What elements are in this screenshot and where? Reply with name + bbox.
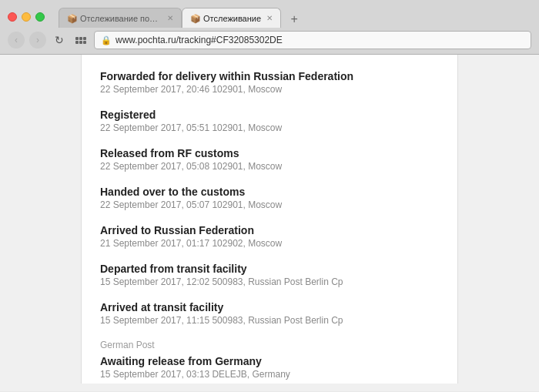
address-bar[interactable]: 🔒 www.pochta.ru/tracking#CF32085302DE [94,31,531,49]
tabs-area: 📦 Отслеживание почтовых от... ✕ 📦 Отслеж… [59,6,304,28]
forward-button[interactable]: › [29,32,46,49]
event-title: Registered [100,109,439,121]
tab-inactive[interactable]: 📦 Отслеживание почтовых от... ✕ [59,8,182,28]
event-details: 22 September 2017, 05:07 102901, Moscow [100,199,439,210]
event-details: 22 September 2017, 05:08 102901, Moscow [100,161,439,172]
tab2-close[interactable]: ✕ [266,14,273,22]
event-title: Arrived at transit facility [100,301,439,313]
list-item: Released from RF customs 22 September 20… [100,147,439,172]
event-title: Forwarded for delivery within Russian Fe… [100,70,439,82]
event-details: 22 September 2017, 05:51 102901, Moscow [100,122,439,133]
event-title: Arrived to Russian Federation [100,224,439,236]
event-details: 22 September 2017, 20:46 102901, Moscow [100,84,439,95]
tab2-label: Отслеживание [203,14,261,23]
event-details: 15 September 2017, 11:15 500983, Russian… [100,315,439,326]
secure-icon: 🔒 [101,35,112,45]
browser-chrome: 📦 Отслеживание почтовых от... ✕ 📦 Отслеж… [0,0,539,55]
event-details: 15 September 2017, 12:02 500983, Russian… [100,276,439,287]
address-text: www.pochta.ru/tracking#CF32085302DE [116,35,283,45]
event-details: 15 September 2017, 03:13 DELEJB, Germany [100,369,439,380]
close-button[interactable] [8,12,17,22]
event-title: Released from RF customs [100,147,439,159]
new-tab-button[interactable]: + [284,11,304,28]
tab2-favicon: 📦 [190,14,199,23]
list-item: Awaiting release from Germany 15 Septemb… [100,355,439,380]
tab1-close[interactable]: ✕ [167,14,173,22]
event-title: Handed over to the customs [100,186,439,198]
list-item: Arrived to Russian Federation 21 Septemb… [100,224,439,249]
tab1-favicon: 📦 [67,14,76,23]
content-card: Forwarded for delivery within Russian Fe… [81,55,458,384]
event-title: Departed from transit facility [100,263,439,275]
page-content: Forwarded for delivery within Russian Fe… [0,55,539,391]
minimize-button[interactable] [22,12,31,22]
maximize-button[interactable] [35,12,45,22]
list-item: Arrived at transit facility 15 September… [100,301,439,326]
list-item: Registered 22 September 2017, 05:51 1029… [100,109,439,133]
traffic-lights [8,12,45,22]
list-item: Forwarded for delivery within Russian Fe… [100,70,439,95]
refresh-button[interactable]: ↻ [51,32,68,49]
title-bar: 📦 Отслеживание почтовых от... ✕ 📦 Отслеж… [0,0,539,28]
section-label: German Post [100,340,439,350]
event-details: 21 September 2017, 01:17 102902, Moscow [100,238,439,249]
back-button[interactable]: ‹ [8,32,25,49]
tab1-label: Отслеживание почтовых от... [80,14,162,23]
list-item: Departed from transit facility 15 Septem… [100,263,439,287]
grid-icon [75,37,86,44]
event-title: Awaiting release from Germany [100,355,439,367]
toolbar: ‹ › ↻ 🔒 www.pochta.ru/tracking#CF3208530… [0,28,539,54]
grid-button[interactable] [72,32,89,49]
list-item: Handed over to the customs 22 September … [100,186,439,210]
tab-active[interactable]: 📦 Отслеживание ✕ [182,8,281,28]
